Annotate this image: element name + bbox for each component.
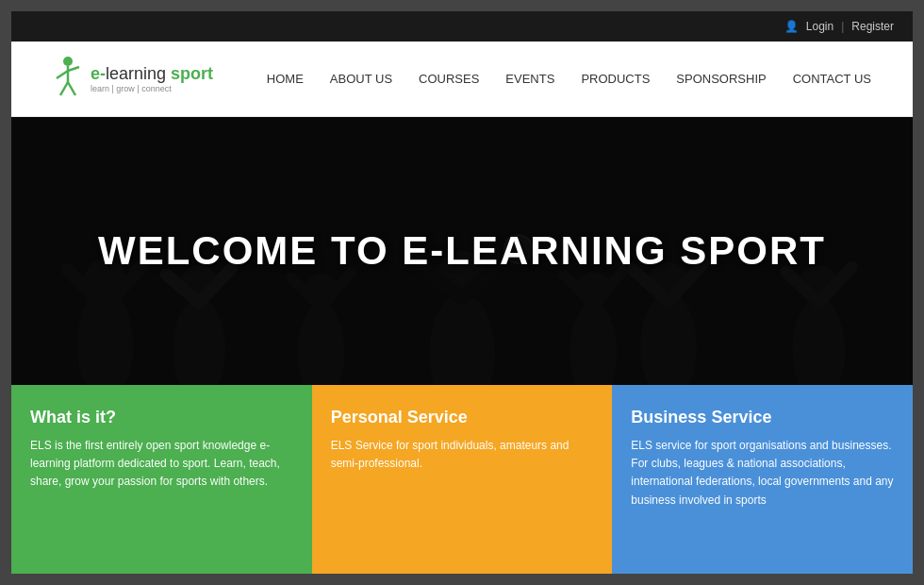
logo-learning: learning	[106, 64, 166, 83]
card-personal-service-title: Personal Service	[331, 408, 594, 427]
svg-line-5	[68, 82, 75, 95]
svg-line-2	[57, 71, 68, 78]
top-bar: 👤 Login | Register	[11, 11, 913, 42]
card-what-is-it: What is it? ELS is the first entirely op…	[11, 385, 312, 574]
nav-events[interactable]: EVENTS	[492, 64, 568, 93]
register-link[interactable]: Register	[851, 20, 894, 33]
svg-line-3	[68, 67, 79, 71]
card-personal-service-body: ELS Service for sport individuals, amate…	[331, 437, 594, 473]
logo-tagline: learn | grow | connect	[91, 84, 213, 93]
logo-icon	[40, 54, 83, 105]
card-business-service-title: Business Service	[631, 408, 894, 427]
page-wrapper: 👤 Login | Register	[11, 11, 913, 574]
nav-products[interactable]: PRODUCTS	[568, 64, 663, 93]
card-business-service-body: ELS service for sport organisations and …	[631, 437, 894, 510]
svg-line-4	[60, 82, 68, 95]
hero-content: WELCOME TO E-LEARNING SPORT	[98, 228, 826, 274]
user-icon: 👤	[784, 20, 799, 33]
hero-section: WELCOME TO E-LEARNING SPORT	[11, 117, 913, 385]
logo-e: e-	[91, 64, 106, 83]
logo-text: e-learning sport learn | grow | connect	[91, 65, 213, 93]
navbar: e-learning sport learn | grow | connect …	[11, 42, 913, 117]
nav-courses[interactable]: COURSES	[405, 64, 492, 93]
card-personal-service: Personal Service ELS Service for sport i…	[312, 385, 613, 574]
svg-point-0	[63, 57, 73, 66]
card-what-is-it-body: ELS is the first entirely open sport kno…	[30, 437, 293, 492]
login-link[interactable]: Login	[806, 20, 833, 33]
card-business-service: Business Service ELS service for sport o…	[612, 385, 913, 574]
nav-home[interactable]: HOME	[254, 64, 317, 93]
nav-about[interactable]: ABOUT US	[317, 64, 405, 93]
logo-sport: sport	[171, 64, 213, 83]
nav-links: HOME ABOUT US COURSES EVENTS PRODUCTS SP…	[254, 64, 884, 93]
logo[interactable]: e-learning sport learn | grow | connect	[40, 54, 213, 105]
outer-border: 👤 Login | Register	[0, 0, 924, 585]
nav-sponsorship[interactable]: SPONSORSHIP	[663, 64, 779, 93]
cards-section: What is it? ELS is the first entirely op…	[11, 385, 913, 574]
nav-contact[interactable]: CONTACT US	[780, 64, 884, 93]
hero-title: WELCOME TO E-LEARNING SPORT	[98, 228, 826, 274]
card-what-is-it-title: What is it?	[30, 408, 293, 427]
divider: |	[841, 20, 844, 33]
